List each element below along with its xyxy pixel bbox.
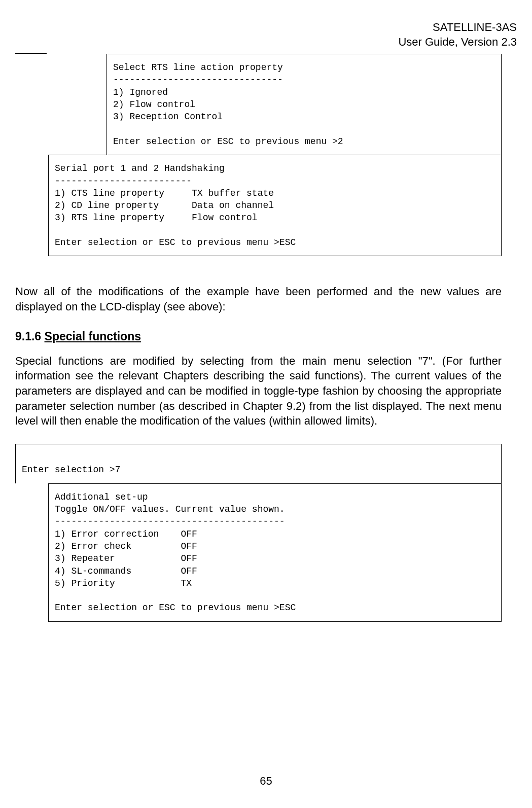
- code-box-rts-menu: Select RTS line action property --------…: [107, 54, 502, 155]
- page-header: SATELLINE-3AS User Guide, Version 2.3: [15, 20, 517, 49]
- header-line2: User Guide, Version 2.3: [15, 35, 517, 50]
- code-box-additional-setup: Additional set-up Toggle ON/OFF values. …: [48, 483, 502, 622]
- paragraph-2: Special functions are modified by select…: [15, 354, 502, 429]
- header-rule: [15, 53, 47, 54]
- section-number: 9.1.6: [15, 330, 41, 343]
- header-line1: SATELLINE-3AS: [15, 20, 517, 35]
- paragraph-1: Now all of the modifications of the exam…: [15, 284, 502, 314]
- page-number: 65: [0, 775, 532, 788]
- section-title: Special functions: [45, 330, 141, 343]
- section-heading: 9.1.6 Special functions: [15, 330, 517, 343]
- code-box-handshaking-menu: Serial port 1 and 2 Handshaking --------…: [48, 155, 502, 256]
- code-box-enter-selection: Enter selection >7: [15, 444, 502, 483]
